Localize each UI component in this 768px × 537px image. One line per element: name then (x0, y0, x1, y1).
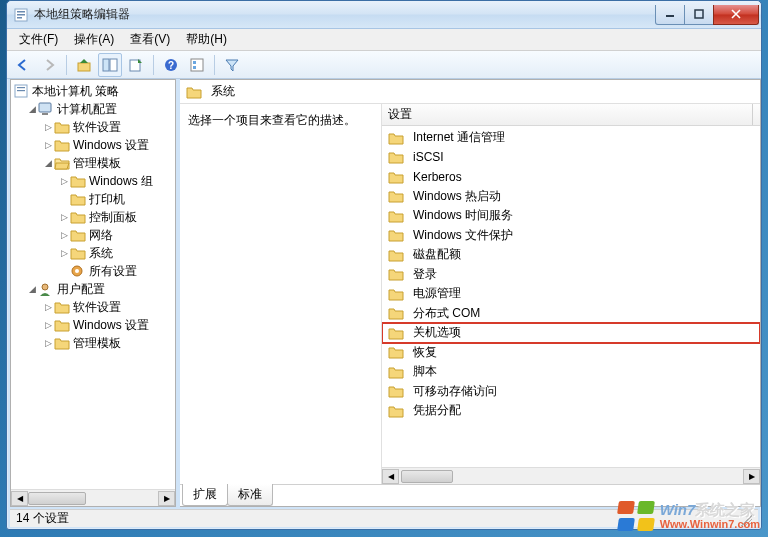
scroll-left-icon[interactable]: ◀ (11, 491, 28, 506)
tree-item[interactable]: ▷ 软件设置 (11, 298, 175, 316)
list-item[interactable]: iSCSI (382, 148, 760, 168)
list-item[interactable]: Windows 热启动 (382, 187, 760, 207)
list-h-scrollbar[interactable]: ◀ ▶ (382, 467, 760, 484)
tree-item[interactable]: ▷ Windows 设置 (11, 136, 175, 154)
tree-item[interactable]: ▷ 管理模板 (11, 334, 175, 352)
menu-action[interactable]: 操作(A) (66, 28, 122, 51)
tree-admin-templates[interactable]: ◢ 管理模板 (11, 154, 175, 172)
tab-extended[interactable]: 扩展 (182, 484, 228, 506)
folder-icon (388, 208, 404, 224)
help-button[interactable]: ? (159, 53, 183, 77)
list-item[interactable]: 关机选项 (382, 323, 760, 343)
tree-item[interactable]: ▷ 软件设置 (11, 118, 175, 136)
list-item[interactable]: 电源管理 (382, 284, 760, 304)
show-hide-tree-button[interactable] (98, 53, 122, 77)
svg-rect-7 (103, 59, 109, 71)
svg-point-21 (75, 269, 79, 273)
svg-rect-19 (42, 113, 48, 115)
svg-rect-8 (110, 59, 117, 71)
tree-item[interactable]: ▷ Windows 设置 (11, 316, 175, 334)
scroll-thumb[interactable] (401, 470, 453, 483)
toolbar-separator (153, 55, 154, 75)
tree-item[interactable]: ▷ 控制面板 (11, 208, 175, 226)
expand-icon[interactable]: ▷ (59, 212, 69, 222)
tree-root[interactable]: 本地计算机 策略 (11, 82, 175, 100)
nav-tree[interactable]: 本地计算机 策略 ◢ 计算机配置 ▷ 软件设置 ▷ Windows 设置 (11, 80, 175, 489)
menu-file[interactable]: 文件(F) (11, 28, 66, 51)
tab-standard[interactable]: 标准 (227, 484, 273, 506)
column-resize-handle[interactable] (752, 104, 760, 125)
tree-computer-config[interactable]: ◢ 计算机配置 (11, 100, 175, 118)
expand-icon[interactable]: ▷ (59, 230, 69, 240)
expand-icon[interactable]: ▷ (43, 320, 53, 330)
expand-icon[interactable]: ▷ (43, 338, 53, 348)
list-item[interactable]: Windows 时间服务 (382, 206, 760, 226)
menu-view[interactable]: 查看(V) (122, 28, 178, 51)
close-button[interactable] (713, 5, 759, 25)
app-window: 本地组策略编辑器 文件(F) 操作(A) 查看(V) 帮助(H) ? (6, 0, 762, 530)
scroll-right-icon[interactable]: ▶ (743, 469, 760, 484)
maximize-button[interactable] (684, 5, 714, 25)
svg-rect-5 (695, 10, 703, 18)
list-item[interactable]: 凭据分配 (382, 401, 760, 421)
filter-button[interactable] (220, 53, 244, 77)
column-header[interactable]: 设置 (382, 104, 760, 126)
svg-rect-17 (17, 90, 25, 91)
tree-label: 控制面板 (89, 209, 137, 226)
tree-item-system[interactable]: ▷ 系统 (11, 244, 175, 262)
expand-icon[interactable]: ▷ (59, 176, 69, 186)
up-button[interactable] (72, 53, 96, 77)
titlebar[interactable]: 本地组策略编辑器 (7, 1, 761, 29)
folder-icon (388, 305, 404, 321)
tree-item[interactable]: 所有设置 (11, 262, 175, 280)
policy-icon (13, 83, 29, 99)
toolbar: ? (7, 51, 761, 79)
tree-user-config[interactable]: ◢ 用户配置 (11, 280, 175, 298)
list-item-label: iSCSI (413, 150, 444, 164)
tree-label: Windows 设置 (73, 137, 149, 154)
scroll-right-icon[interactable]: ▶ (158, 491, 175, 506)
expand-icon[interactable]: ▷ (43, 122, 53, 132)
collapse-icon[interactable]: ◢ (43, 158, 53, 168)
svg-rect-14 (193, 66, 196, 69)
svg-rect-13 (193, 61, 196, 64)
properties-button[interactable] (185, 53, 209, 77)
scroll-left-icon[interactable]: ◀ (382, 469, 399, 484)
list-item[interactable]: 恢复 (382, 343, 760, 363)
expand-icon[interactable]: ▷ (59, 248, 69, 258)
back-button[interactable] (11, 53, 35, 77)
expand-icon[interactable]: ▷ (43, 140, 53, 150)
scroll-thumb[interactable] (28, 492, 86, 505)
content-heading: 系统 (211, 83, 235, 100)
folder-icon (388, 266, 404, 282)
status-text: 14 个设置 (16, 510, 69, 527)
list-item[interactable]: Internet 通信管理 (382, 128, 760, 148)
tree-label: 用户配置 (57, 281, 105, 298)
collapse-icon[interactable]: ◢ (27, 104, 37, 114)
folder-icon (388, 227, 404, 243)
tree-item[interactable]: ▷ 网络 (11, 226, 175, 244)
tree-label: 软件设置 (73, 119, 121, 136)
minimize-button[interactable] (655, 5, 685, 25)
list-item[interactable]: 分布式 COM (382, 304, 760, 324)
svg-rect-2 (17, 14, 25, 16)
tree-item[interactable]: ▷ Windows 组 (11, 172, 175, 190)
resize-grip-icon[interactable] (738, 512, 752, 526)
app-icon (13, 7, 29, 23)
menu-help[interactable]: 帮助(H) (178, 28, 235, 51)
folder-icon (388, 188, 404, 204)
collapse-icon[interactable]: ◢ (27, 284, 37, 294)
tree-h-scrollbar[interactable]: ◀ ▶ (11, 489, 175, 506)
settings-list[interactable]: Internet 通信管理iSCSIKerberosWindows 热启动Win… (382, 126, 760, 467)
list-item[interactable]: Windows 文件保护 (382, 226, 760, 246)
list-item[interactable]: 登录 (382, 265, 760, 285)
list-item[interactable]: 磁盘配额 (382, 245, 760, 265)
list-item[interactable]: Kerberos (382, 167, 760, 187)
tree-item[interactable]: 打印机 (11, 190, 175, 208)
expand-icon[interactable]: ▷ (43, 302, 53, 312)
list-item[interactable]: 可移动存储访问 (382, 382, 760, 402)
forward-button[interactable] (37, 53, 61, 77)
list-item[interactable]: 脚本 (382, 362, 760, 382)
export-button[interactable] (124, 53, 148, 77)
status-bar: 14 个设置 (10, 509, 758, 527)
